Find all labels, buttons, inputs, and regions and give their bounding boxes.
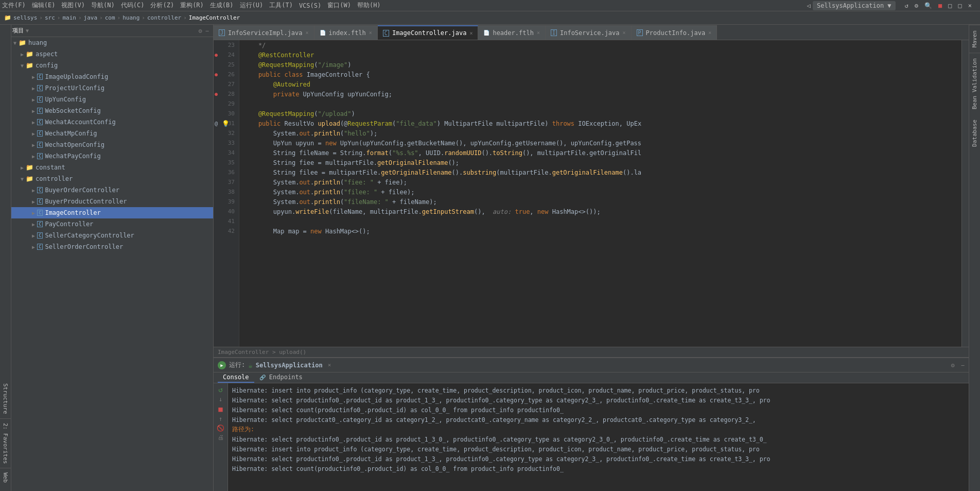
tab-imagecontroller[interactable]: C ImageController.java ×	[378, 25, 479, 40]
menu-vcs[interactable]: VCS(S)	[299, 2, 321, 9]
toolbar-back[interactable]: ◁	[807, 2, 811, 9]
toolbar-close[interactable]: ×	[968, 2, 972, 9]
toolbar-minimize[interactable]: □	[948, 2, 952, 9]
panel-maven[interactable]: Maven	[969, 25, 980, 53]
menu-analyze[interactable]: 分析(Z)	[150, 1, 174, 10]
tab-close-infoservice[interactable]: ×	[623, 30, 626, 36]
scroll-down-icon[interactable]: ↓	[219, 396, 222, 403]
menu-window[interactable]: 窗口(W)	[327, 1, 351, 10]
menu-run[interactable]: 运行(U)	[240, 1, 264, 10]
tab-icon-headerftlh: 📄	[483, 30, 489, 36]
tab-infoserviceimpl[interactable]: J InfoServiceImpl.java ×	[214, 25, 314, 40]
bc-main[interactable]: main	[62, 14, 76, 21]
scrollbar-indicator[interactable]	[961, 40, 969, 347]
clear-icon[interactable]: 🚫	[217, 425, 224, 432]
tab-close-productinfo[interactable]: ×	[708, 30, 711, 36]
class-wechataccountconfig-icon: C	[37, 119, 43, 125]
sidebar-item-sellerordercontroller[interactable]: ▶ C SellerOrderController	[0, 241, 213, 252]
panel-database[interactable]: Database	[969, 114, 980, 152]
sidebar-item-buyerordercontroller[interactable]: ▶ C BuyerOrderController	[0, 184, 213, 196]
sidebar-item-wechataccountconfig[interactable]: ▶ C WechatAccountConfig	[0, 116, 213, 128]
menu-view[interactable]: 视图(V)	[61, 1, 85, 10]
tab-productinfo[interactable]: P ProductInfo.java ×	[632, 25, 717, 40]
sidebar-dropdown[interactable]: ▼	[26, 28, 29, 33]
sidebar-item-controller[interactable]: ▼ 📁 controller	[0, 173, 213, 184]
toolbar-refresh[interactable]: ↺	[905, 2, 908, 9]
sidebar-item-wechatpayconfig[interactable]: ▶ C WechatPayConfig	[0, 150, 213, 162]
menu-refactor[interactable]: 重构(R)	[180, 1, 204, 10]
tab-headerftlh[interactable]: 📄 header.ftlh ×	[478, 25, 546, 40]
menu-navigate[interactable]: 导航(N)	[91, 1, 115, 10]
bc-java[interactable]: java	[84, 14, 98, 21]
sidebar-item-websocketconfig[interactable]: ▶ C WebSocketConfig	[0, 105, 213, 116]
run-bar: ▶ 运行: ☕ SellsysApplication × ⚙ −	[214, 358, 969, 373]
tab-icon-imagecontroller: C	[383, 30, 389, 37]
panel-2-favorites[interactable]: 2: Favorites	[0, 418, 11, 468]
sidebar-item-imageuploadconfig[interactable]: ▶ C ImageUploadConfig	[0, 71, 213, 82]
arrow-imageuploadconfig: ▶	[30, 74, 37, 80]
panel-structure[interactable]: Structure	[0, 379, 11, 418]
menu-file[interactable]: 文件(F)	[2, 1, 26, 10]
stop-icon[interactable]: ■	[218, 405, 222, 413]
panel-bean-validation[interactable]: Bean Validation	[969, 53, 980, 114]
panel-web[interactable]: Web	[0, 468, 11, 487]
toolbar-search[interactable]: 🔍	[924, 2, 932, 9]
menu-code[interactable]: 代码(C)	[121, 1, 145, 10]
toolbar-settings[interactable]: ⚙	[915, 2, 918, 9]
arrow-projecturlconfig: ▶	[30, 86, 37, 91]
debug-dot-28[interactable]: ●	[215, 91, 218, 97]
bc-huang[interactable]: huang	[122, 14, 139, 21]
sidebar-item-constant[interactable]: ▶ 📁 constant	[0, 162, 213, 173]
class-wechatmpconfig-icon: C	[37, 130, 43, 137]
print-icon[interactable]: 🖨	[218, 434, 224, 441]
code-content[interactable]: */ @RestController @RequestMapping("/ima…	[239, 40, 961, 347]
sidebar-item-sellercategorycontroller[interactable]: ▶ C SellerCategoryController	[0, 230, 213, 241]
sidebar-item-huang[interactable]: ▼ 📁 huang	[0, 37, 213, 48]
sidebar-item-upyunconfig[interactable]: ▶ C UpYunConfig	[0, 94, 213, 105]
sidebar-minimize-icon[interactable]: −	[205, 27, 209, 35]
run-close-btn[interactable]: ×	[328, 362, 331, 368]
bc-sellsys[interactable]: sellsys	[13, 14, 37, 21]
run-icon[interactable]: ▶	[218, 361, 226, 369]
sidebar-item-wechatmpconfig[interactable]: ▶ C WechatMpConfig	[0, 128, 213, 139]
sidebar-item-paycontroller[interactable]: ▶ C PayController	[0, 218, 213, 230]
menu-generate[interactable]: 生成(B)	[210, 1, 234, 10]
menu-tools[interactable]: 工具(T)	[269, 1, 293, 10]
gutter-line-28: ● 28	[214, 89, 239, 99]
toolbar-stop[interactable]: ■	[938, 2, 942, 9]
restart-icon[interactable]: ↺	[218, 385, 222, 394]
code-editor[interactable]: 23 ● 24 25 ● 26 27 ● 28 29 30 @	[214, 40, 969, 347]
tab-close-infoserviceimpl[interactable]: ×	[306, 30, 309, 36]
tab-console[interactable]: Console	[218, 373, 254, 383]
bc-com[interactable]: com	[105, 14, 115, 21]
sidebar-item-projecturlconfig[interactable]: ▶ C ProjectUrlConfig	[0, 82, 213, 94]
console-log[interactable]: Hibernate: insert into product_info (cat…	[228, 383, 969, 491]
scroll-up-icon[interactable]: ↑	[219, 415, 222, 422]
console-minimize-icon[interactable]: −	[961, 362, 965, 369]
sidebar-item-aspect[interactable]: ▶ 📁 aspect	[0, 48, 213, 60]
sidebar-item-buyerproductcontroller[interactable]: ▶ C BuyerProductController	[0, 196, 213, 207]
sidebar-item-config[interactable]: ▼ 📁 config	[0, 60, 213, 71]
tab-close-headerftlh[interactable]: ×	[537, 30, 540, 36]
sidebar-item-wechatopenconfig[interactable]: ▶ C WechatOpenConfig	[0, 139, 213, 150]
menu-edit[interactable]: 编辑(E)	[32, 1, 56, 10]
code-footer-text: ImageController > upload()	[218, 349, 306, 355]
arrow-buyerproductcontroller: ▶	[30, 199, 37, 205]
arrow-wechatopenconfig: ▶	[30, 142, 37, 148]
tab-close-indexftlh[interactable]: ×	[369, 30, 372, 36]
tab-close-imagecontroller[interactable]: ×	[469, 30, 472, 36]
sidebar-item-imagecontroller[interactable]: ▶ C ImageController	[0, 207, 213, 218]
bc-src[interactable]: src	[45, 14, 55, 21]
menu-help[interactable]: 帮助(H)	[357, 1, 381, 10]
toolbar-maximize[interactable]: □	[958, 2, 962, 9]
console-settings-icon[interactable]: ⚙	[951, 362, 955, 369]
tab-infoservice[interactable]: I InfoService.java ×	[546, 25, 632, 40]
bc-controller[interactable]: controller	[147, 14, 181, 21]
bc-imagecontroller[interactable]: ImageController	[189, 14, 240, 21]
gutter-line-30: 30	[214, 109, 239, 118]
tab-endpoints[interactable]: 🔗 Endpoints	[254, 373, 308, 383]
tab-indexftlh[interactable]: 📄 index.ftlh ×	[314, 25, 378, 40]
debug-dot-26[interactable]: ●	[215, 72, 218, 77]
debug-dot-24[interactable]: ●	[215, 52, 218, 58]
sidebar-settings-icon[interactable]: ⚙	[199, 27, 202, 35]
